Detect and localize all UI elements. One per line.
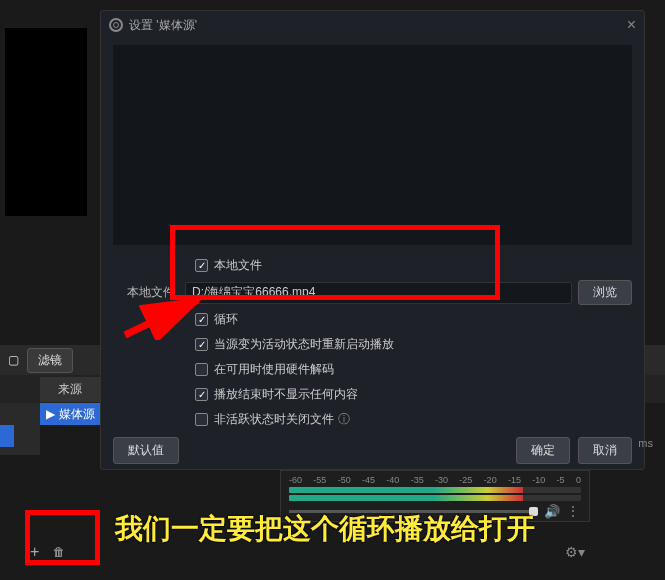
filter-icon: ▢ — [8, 353, 19, 367]
modal-titlebar: 设置 '媒体源' × — [101, 11, 644, 39]
closeinactive-checkbox[interactable] — [195, 413, 208, 426]
hwdecode-checkbox[interactable] — [195, 363, 208, 376]
annotation-red-box-bottom — [25, 510, 100, 565]
properties-modal: 设置 '媒体源' × 本地文件 本地文件 浏览 循环 当源变为活动状态时重新启动… — [100, 10, 645, 470]
modal-body: 本地文件 本地文件 浏览 循环 当源变为活动状态时重新启动播放 在可用时使用硬件… — [101, 39, 644, 431]
audio-meter-l — [289, 487, 581, 493]
restart-label: 当源变为活动状态时重新启动播放 — [214, 336, 394, 353]
speaker-icon[interactable]: 🔊 — [544, 504, 560, 519]
subtitle-caption: 我们一定要把这个循环播放给打开 — [115, 510, 535, 548]
selection-indicator — [0, 425, 14, 447]
media-preview — [113, 45, 632, 245]
more-icon[interactable]: ⋮ — [566, 503, 581, 519]
browse-button[interactable]: 浏览 — [578, 280, 632, 305]
modal-footer: 默认值 确定 取消 — [101, 431, 644, 469]
loop-label: 循环 — [214, 311, 238, 328]
audio-meter-r — [289, 495, 581, 501]
cancel-button[interactable]: 取消 — [578, 437, 632, 464]
modal-title-text: 设置 '媒体源' — [129, 17, 197, 34]
hideend-checkbox[interactable] — [195, 388, 208, 401]
gear-icon[interactable]: ⚙▾ — [565, 544, 585, 560]
filter-button[interactable]: 滤镜 — [27, 348, 73, 373]
source-item-media[interactable]: ▶ 媒体源 — [40, 403, 105, 425]
info-icon[interactable]: ⓘ — [338, 411, 350, 428]
local-file-label: 本地文件 — [214, 257, 262, 274]
preview-panel-left — [5, 28, 87, 216]
loop-checkbox[interactable] — [195, 313, 208, 326]
close-icon[interactable]: × — [627, 16, 636, 34]
local-file-checkbox[interactable] — [195, 259, 208, 272]
play-icon: ▶ — [46, 407, 55, 421]
restart-checkbox[interactable] — [195, 338, 208, 351]
closeinactive-label: 非活跃状态时关闭文件 — [214, 411, 334, 428]
source-item-label: 媒体源 — [59, 406, 95, 423]
audio-ruler: -60-55-50-45-40-35-30-25-20-15-10-50 — [289, 475, 581, 485]
sources-label: 来源 — [40, 377, 100, 402]
file-field-label: 本地文件 — [113, 284, 185, 301]
hideend-label: 播放结束时不显示任何内容 — [214, 386, 358, 403]
file-path-input[interactable] — [185, 282, 572, 304]
obs-icon — [109, 18, 123, 32]
ms-label: ms — [638, 437, 653, 449]
ok-button[interactable]: 确定 — [516, 437, 570, 464]
hwdecode-label: 在可用时使用硬件解码 — [214, 361, 334, 378]
defaults-button[interactable]: 默认值 — [113, 437, 179, 464]
